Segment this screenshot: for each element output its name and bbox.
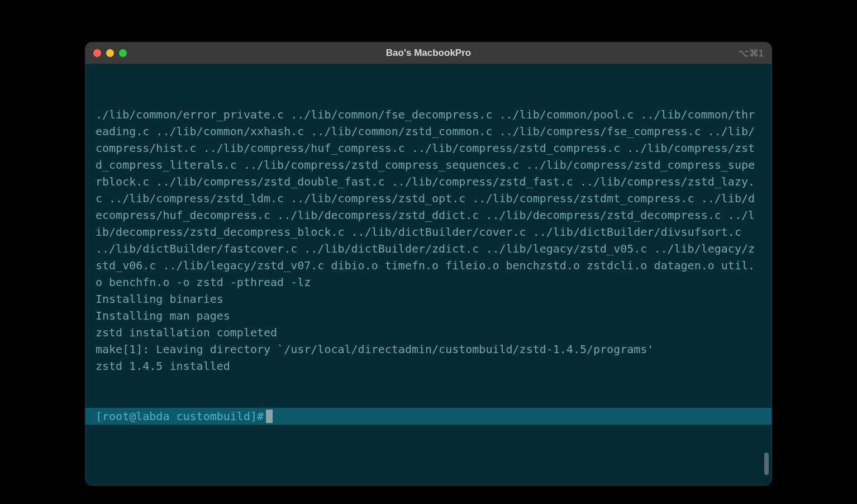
shell-prompt: [root@labda custombuild]# <box>96 408 264 425</box>
traffic-lights <box>93 49 127 57</box>
minimize-button[interactable] <box>106 49 114 57</box>
terminal-window: Bao's MacbookPro ⌥⌘1 ./lib/common/error_… <box>85 42 772 486</box>
cursor-icon <box>266 410 273 423</box>
scrollbar[interactable] <box>764 453 769 475</box>
title-bar: Bao's MacbookPro ⌥⌘1 <box>85 42 772 64</box>
shortcut-indicator: ⌥⌘1 <box>738 47 764 59</box>
maximize-button[interactable] <box>119 49 127 57</box>
prompt-row[interactable]: [root@labda custombuild]# <box>85 408 772 425</box>
terminal-output: ./lib/common/error_private.c ../lib/comm… <box>96 106 761 374</box>
terminal-body[interactable]: ./lib/common/error_private.c ../lib/comm… <box>85 64 772 485</box>
close-button[interactable] <box>93 49 101 57</box>
window-title: Bao's MacbookPro <box>386 47 471 59</box>
